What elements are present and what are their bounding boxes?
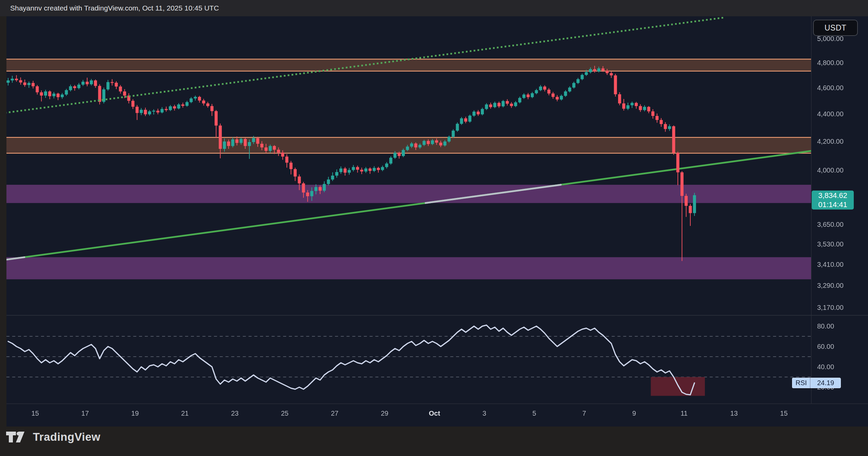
price-axis-label: 3,290.00: [817, 281, 844, 290]
header-bar: Shayannv created with TradingView.com, O…: [0, 0, 868, 16]
time-axis-label: 13: [730, 410, 738, 417]
time-axis-label: 19: [131, 410, 139, 417]
tradingview-logo-icon: [6, 431, 25, 443]
rsi-axis-label: 40.00: [817, 363, 834, 371]
time-axis-label: 25: [281, 410, 289, 417]
time-axis-label: Oct: [429, 410, 440, 417]
price-axis-label: 4,000.00: [817, 166, 844, 174]
time-axis-label: 11: [680, 410, 688, 417]
time-axis-label: 3: [482, 410, 486, 417]
currency-toggle-button[interactable]: USDT: [813, 20, 858, 36]
rsi-axis-label: 80.00: [817, 322, 834, 330]
time-axis-label: 15: [780, 410, 788, 417]
time-axis-label: 21: [181, 410, 189, 417]
time-axis-label: 9: [632, 410, 636, 417]
price-axis-label: 3,650.00: [817, 220, 844, 229]
last-price-badge: 3,834.62 01:14:41: [812, 191, 854, 210]
price-axis-label: 5,000.00: [817, 35, 844, 43]
rsi-indicator-name: RSI: [792, 378, 810, 388]
time-axis-label: 27: [331, 410, 338, 417]
tradingview-logo[interactable]: TradingView: [6, 431, 100, 443]
price-axis-label: 4,200.00: [817, 137, 844, 145]
rsi-indicator-value: 24.19: [810, 378, 841, 388]
time-axis-label: 23: [231, 410, 238, 417]
price-axis-label: 3,170.00: [817, 303, 844, 312]
time-axis-label: 29: [381, 410, 388, 417]
time-axis-label: 7: [583, 410, 586, 417]
attribution-text: Shayannv created with TradingView.com, O…: [10, 4, 219, 12]
tradingview-chart-widget: Shayannv created with TradingView.com, O…: [0, 0, 868, 456]
price-axis-label: 3,530.00: [817, 240, 844, 248]
footer-bar: [0, 427, 868, 456]
price-axis-label: 4,800.00: [817, 59, 844, 67]
price-axis-label: 3,410.00: [817, 260, 844, 269]
time-axis-label: 17: [81, 410, 89, 417]
currency-label: USDT: [825, 23, 847, 33]
last-price-value: 3,834.62: [812, 191, 854, 200]
time-axis-label: 15: [32, 410, 39, 417]
tradingview-logo-text: TradingView: [33, 431, 100, 443]
price-axis-label: 4,600.00: [817, 84, 844, 92]
chart-canvas[interactable]: [0, 0, 868, 456]
rsi-axis-label: 60.00: [817, 342, 834, 351]
rsi-indicator-badge: RSI 24.19: [792, 378, 841, 388]
price-axis-label: 4,400.00: [817, 110, 844, 118]
time-axis-label: 5: [532, 410, 536, 417]
candle-countdown: 01:14:41: [812, 200, 854, 209]
